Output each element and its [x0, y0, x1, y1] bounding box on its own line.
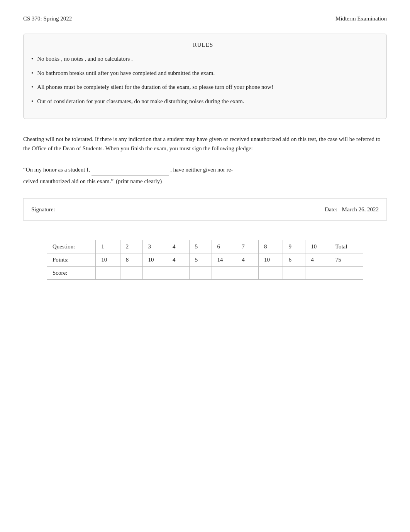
pledge-name-blank — [91, 165, 169, 175]
signature-line — [58, 206, 182, 213]
exam-title: Midterm Examination — [335, 15, 387, 22]
table-cell: Total — [330, 240, 363, 253]
table-cell: 10 — [305, 240, 330, 253]
score-table: Question:12345678910TotalPoints:10810451… — [47, 240, 363, 280]
row-label: Points: — [47, 253, 96, 267]
table-cell: 4 — [167, 253, 190, 267]
pledge-section: “On my honor as a student I, , have neit… — [23, 165, 387, 187]
table-row: Score: — [47, 267, 363, 280]
table-cell — [330, 267, 363, 280]
table-cell: 6 — [212, 240, 236, 253]
table-cell: 10 — [96, 253, 120, 267]
pledge-line2-text: ceived unauthorized aid on this exam.” — [23, 176, 114, 187]
course-info: CS 370: Spring 2022 — [23, 15, 72, 22]
table-cell — [258, 267, 283, 280]
table-cell — [283, 267, 305, 280]
table-cell: 6 — [283, 253, 305, 267]
table-cell: 4 — [236, 253, 259, 267]
pledge-end: , have neither given nor re- — [170, 165, 233, 175]
list-item: All phones must be completely silent for… — [31, 83, 375, 92]
cheating-paragraph: Cheating will not be tolerated. If there… — [23, 134, 387, 153]
page-header: CS 370: Spring 2022 Midterm Examination — [23, 15, 387, 22]
table-cell — [96, 267, 120, 280]
table-cell: 7 — [236, 240, 259, 253]
table-cell — [189, 267, 212, 280]
table-cell: 10 — [258, 253, 283, 267]
table-row: Points:1081045144106475 — [47, 253, 363, 267]
table-cell — [120, 267, 142, 280]
rules-title: RULES — [31, 42, 375, 48]
table-cell: 8 — [258, 240, 283, 253]
table-cell: 5 — [189, 240, 212, 253]
table-cell: 10 — [142, 253, 167, 267]
table-cell: 9 — [283, 240, 305, 253]
table-cell: 2 — [120, 240, 142, 253]
table-cell: 3 — [142, 240, 167, 253]
score-table-container: Question:12345678910TotalPoints:10810451… — [47, 240, 363, 280]
row-label: Score: — [47, 267, 96, 280]
list-item: No books , no notes , and no calculators… — [31, 54, 375, 63]
table-cell: 8 — [120, 253, 142, 267]
pledge-start: “On my honor as a student I, — [23, 165, 90, 175]
table-cell — [212, 267, 236, 280]
table-cell — [236, 267, 259, 280]
rules-box: RULES No books , no notes , and no calcu… — [23, 34, 387, 119]
date-label: Date: — [325, 206, 337, 213]
table-cell: 4 — [167, 240, 190, 253]
table-cell: 4 — [305, 253, 330, 267]
signature-left: Signature: — [31, 206, 182, 213]
table-cell — [142, 267, 167, 280]
signature-section: Signature: Date: March 26, 2022 — [23, 198, 387, 221]
pledge-print-note: (print name clearly) — [116, 176, 162, 187]
table-cell: 5 — [189, 253, 212, 267]
table-row: Question:12345678910Total — [47, 240, 363, 253]
pledge-line2: ceived unauthorized aid on this exam.” (… — [23, 176, 387, 187]
pledge-line1: “On my honor as a student I, , have neit… — [23, 165, 387, 175]
table-cell: 1 — [96, 240, 120, 253]
table-cell — [305, 267, 330, 280]
table-cell: 75 — [330, 253, 363, 267]
signature-label: Signature: — [31, 206, 55, 213]
table-cell: 14 — [212, 253, 236, 267]
rules-list: No books , no notes , and no calculators… — [31, 54, 375, 105]
signature-right: Date: March 26, 2022 — [325, 206, 379, 213]
date-value: March 26, 2022 — [342, 206, 379, 213]
list-item: Out of consideration for your classmates… — [31, 97, 375, 106]
table-cell — [167, 267, 190, 280]
row-label: Question: — [47, 240, 96, 253]
list-item: No bathroom breaks until after you have … — [31, 69, 375, 78]
